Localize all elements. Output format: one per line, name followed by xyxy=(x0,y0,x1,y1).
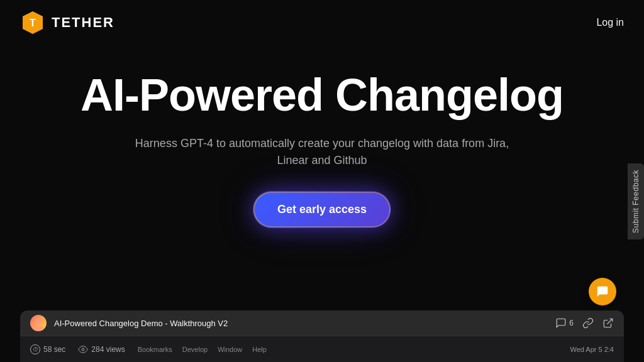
menu-help[interactable]: Help xyxy=(252,346,267,353)
logo-text: TETHER xyxy=(52,14,114,31)
video-statusbar: ⏱ 58 sec 284 views Bookmarks Develop Win… xyxy=(20,336,624,362)
logo[interactable]: T TETHER xyxy=(20,10,114,35)
link-icon-group[interactable] xyxy=(582,317,594,329)
hero-section: AI-Powered Changelog Harness GPT-4 to au… xyxy=(0,45,644,240)
svg-point-2 xyxy=(35,318,42,324)
hero-subtitle: Harness GPT-4 to automatically create yo… xyxy=(127,135,517,169)
hero-title: AI-Powered Changelog xyxy=(80,70,564,120)
menu-bookmarks[interactable]: Bookmarks xyxy=(138,346,172,353)
link-icon xyxy=(582,317,594,329)
menu-bar: Bookmarks Develop Window Help xyxy=(138,346,267,353)
video-bar: AI-Powered Changelog Demo - Walkthrough … xyxy=(20,310,624,362)
comment-icon xyxy=(555,317,567,329)
comment-count: 6 xyxy=(569,319,574,327)
video-avatar xyxy=(30,315,47,331)
svg-point-3 xyxy=(33,326,43,331)
duration-status: ⏱ 58 sec xyxy=(30,344,65,354)
clock-icon: ⏱ xyxy=(30,344,40,354)
chat-bubble-button[interactable] xyxy=(589,278,616,305)
svg-line-4 xyxy=(608,319,613,324)
system-time: Wed Apr 5 2:4 xyxy=(570,346,614,353)
external-link-icon-group[interactable] xyxy=(602,317,614,329)
feedback-tab-wrapper: Submit Feedback xyxy=(628,163,644,239)
svg-text:T: T xyxy=(30,18,36,28)
menu-window[interactable]: Window xyxy=(218,346,242,353)
views-text: 284 views xyxy=(91,345,125,354)
views-status: 284 views xyxy=(78,344,125,354)
tether-logo-icon: T xyxy=(20,10,45,35)
login-button[interactable]: Log in xyxy=(596,17,624,28)
system-status-bar: Wed Apr 5 2:4 xyxy=(570,346,614,353)
menu-develop[interactable]: Develop xyxy=(182,346,208,353)
eye-icon xyxy=(78,344,88,354)
avatar-icon xyxy=(30,315,47,331)
duration-text: 58 sec xyxy=(43,345,65,354)
get-early-access-button[interactable]: Get early access xyxy=(253,192,391,228)
external-link-icon xyxy=(602,317,614,329)
video-icons: 6 xyxy=(555,317,614,329)
video-title: AI-Powered Changelog Demo - Walkthrough … xyxy=(54,319,548,328)
chat-icon xyxy=(596,285,609,299)
comment-icon-group[interactable]: 6 xyxy=(555,317,574,329)
feedback-tab[interactable]: Submit Feedback xyxy=(628,163,644,239)
svg-point-5 xyxy=(82,348,84,351)
header: T TETHER Log in xyxy=(0,0,644,45)
video-titlebar: AI-Powered Changelog Demo - Walkthrough … xyxy=(20,310,624,336)
